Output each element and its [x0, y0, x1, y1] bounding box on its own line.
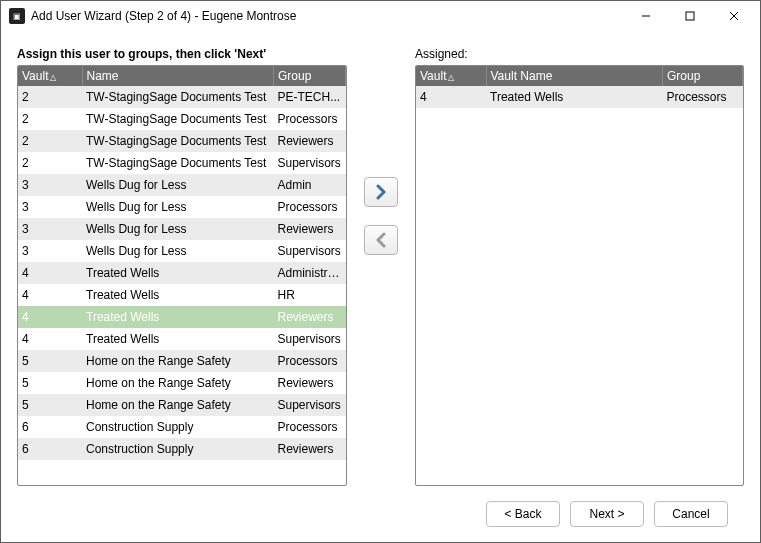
transfer-buttons: [363, 47, 399, 486]
cell-vault: 4: [18, 284, 82, 306]
cell-vault: 4: [18, 262, 82, 284]
cell-group: Reviewers: [274, 306, 346, 328]
cell-group: Processors: [274, 416, 346, 438]
cell-vault: 4: [18, 328, 82, 350]
cell-group: Reviewers: [274, 218, 346, 240]
cell-group: Admin: [274, 174, 346, 196]
col-header-vault-name-text: Vault Name: [491, 69, 553, 83]
col-header-group-text: Group: [667, 69, 700, 83]
table-row[interactable]: 2TW-StagingSage Documents TestPE-TECH...: [18, 86, 346, 108]
cell-group: Processors: [274, 196, 346, 218]
cell-group: Processors: [274, 108, 346, 130]
col-header-vault[interactable]: Vault△: [416, 66, 486, 86]
table-row[interactable]: 2TW-StagingSage Documents TestSupervisor…: [18, 152, 346, 174]
cell-name: Treated Wells: [82, 328, 274, 350]
assigned-list[interactable]: Vault△ Vault Name Group 4Treated WellsPr…: [415, 65, 744, 486]
assigned-pane: Assigned: Vault△ Vault Name Group 4Treat…: [415, 47, 744, 486]
table-row[interactable]: 6Construction SupplyReviewers: [18, 438, 346, 460]
table-row[interactable]: 4Treated WellsAdministrat...: [18, 262, 346, 284]
app-icon: ▣: [9, 8, 25, 24]
table-row[interactable]: 5Home on the Range SafetyReviewers: [18, 372, 346, 394]
cell-name: TW-StagingSage Documents Test: [82, 108, 274, 130]
table-row[interactable]: 4Treated WellsReviewers: [18, 306, 346, 328]
table-row[interactable]: 2TW-StagingSage Documents TestProcessors: [18, 108, 346, 130]
cell-name: Construction Supply: [82, 438, 274, 460]
sort-asc-icon: △: [50, 73, 56, 82]
cell-vault: 5: [18, 394, 82, 416]
col-header-vault-name[interactable]: Vault Name: [486, 66, 663, 86]
cell-name: Wells Dug for Less: [82, 240, 274, 262]
cell-group: Administrat...: [274, 262, 346, 284]
cell-vault: 6: [18, 438, 82, 460]
cell-name: Wells Dug for Less: [82, 174, 274, 196]
back-button[interactable]: < Back: [486, 501, 560, 527]
cell-vault: 2: [18, 108, 82, 130]
table-row[interactable]: 2TW-StagingSage Documents TestReviewers: [18, 130, 346, 152]
cell-name: TW-StagingSage Documents Test: [82, 130, 274, 152]
table-row[interactable]: 3Wells Dug for LessAdmin: [18, 174, 346, 196]
sort-asc-icon: △: [448, 73, 454, 82]
remove-button[interactable]: [364, 225, 398, 255]
table-row[interactable]: 3Wells Dug for LessReviewers: [18, 218, 346, 240]
next-button[interactable]: Next >: [570, 501, 644, 527]
svg-rect-1: [686, 12, 694, 20]
cell-name: Home on the Range Safety: [82, 372, 274, 394]
titlebar: ▣ Add User Wizard (Step 2 of 4) - Eugene…: [1, 1, 760, 31]
cell-vault: 4: [18, 306, 82, 328]
cell-vault: 3: [18, 196, 82, 218]
table-row[interactable]: 5Home on the Range SafetyProcessors: [18, 350, 346, 372]
cell-vault: 3: [18, 240, 82, 262]
assigned-instruction: Assigned:: [415, 47, 744, 61]
col-header-group[interactable]: Group: [663, 66, 743, 86]
cell-name: Treated Wells: [486, 86, 663, 108]
cell-group: HR: [274, 284, 346, 306]
close-button[interactable]: [712, 2, 756, 30]
table-row[interactable]: 3Wells Dug for LessSupervisors: [18, 240, 346, 262]
cell-group: Reviewers: [274, 438, 346, 460]
cell-vault: 5: [18, 372, 82, 394]
col-header-name-text: Name: [87, 69, 119, 83]
cell-group: Processors: [663, 86, 743, 108]
cell-group: Supervisors: [274, 240, 346, 262]
col-header-group[interactable]: Group: [274, 66, 346, 86]
available-list[interactable]: Vault△ Name Group 2TW-StagingSage Docume…: [17, 65, 347, 486]
cell-group: Reviewers: [274, 372, 346, 394]
cell-group: Supervisors: [274, 394, 346, 416]
available-pane: Assign this user to groups, then click '…: [17, 47, 347, 486]
cell-group: Supervisors: [274, 328, 346, 350]
panes: Assign this user to groups, then click '…: [17, 47, 744, 486]
col-header-vault-text: Vault: [420, 69, 446, 83]
cell-name: Home on the Range Safety: [82, 350, 274, 372]
cell-name: Treated Wells: [82, 262, 274, 284]
cell-name: Treated Wells: [82, 306, 274, 328]
col-header-name[interactable]: Name: [82, 66, 274, 86]
cell-name: Construction Supply: [82, 416, 274, 438]
table-row[interactable]: 3Wells Dug for LessProcessors: [18, 196, 346, 218]
minimize-button[interactable]: [624, 2, 668, 30]
cell-vault: 3: [18, 218, 82, 240]
cell-name: Home on the Range Safety: [82, 394, 274, 416]
cell-name: Treated Wells: [82, 284, 274, 306]
cell-vault: 3: [18, 174, 82, 196]
cancel-button[interactable]: Cancel: [654, 501, 728, 527]
table-row[interactable]: 4Treated WellsSupervisors: [18, 328, 346, 350]
cell-vault: 5: [18, 350, 82, 372]
maximize-button[interactable]: [668, 2, 712, 30]
cell-vault: 4: [416, 86, 486, 108]
cell-group: Processors: [274, 350, 346, 372]
col-header-group-text: Group: [278, 69, 311, 83]
cell-vault: 2: [18, 86, 82, 108]
table-row[interactable]: 6Construction SupplyProcessors: [18, 416, 346, 438]
window-title: Add User Wizard (Step 2 of 4) - Eugene M…: [31, 9, 624, 23]
window: ▣ Add User Wizard (Step 2 of 4) - Eugene…: [0, 0, 761, 543]
cell-vault: 2: [18, 152, 82, 174]
cell-vault: 6: [18, 416, 82, 438]
table-row[interactable]: 4Treated WellsProcessors: [416, 86, 743, 108]
table-row[interactable]: 5Home on the Range SafetySupervisors: [18, 394, 346, 416]
cell-group: Supervisors: [274, 152, 346, 174]
add-button[interactable]: [364, 177, 398, 207]
cell-group: Reviewers: [274, 130, 346, 152]
col-header-vault[interactable]: Vault△: [18, 66, 82, 86]
table-row[interactable]: 4Treated WellsHR: [18, 284, 346, 306]
cell-name: Wells Dug for Less: [82, 196, 274, 218]
